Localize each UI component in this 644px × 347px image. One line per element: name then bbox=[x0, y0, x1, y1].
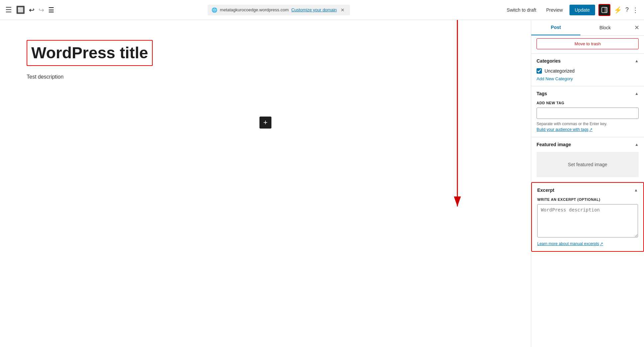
tag-help-text: Separate with commas or the Enter key. bbox=[537, 122, 639, 126]
category-item-uncategorized: Uncategorized bbox=[537, 68, 639, 74]
update-button[interactable]: Update bbox=[569, 5, 595, 15]
featured-image-content: Set featured image bbox=[531, 152, 644, 182]
add-tag-label: ADD NEW TAG bbox=[537, 101, 639, 105]
post-description[interactable]: Test description bbox=[27, 74, 504, 80]
excerpt-textarea[interactable] bbox=[537, 204, 638, 237]
customize-domain-link[interactable]: Customize your domain bbox=[291, 7, 337, 12]
tags-chevron-icon: ▲ bbox=[635, 91, 639, 96]
excerpt-title: Excerpt bbox=[537, 187, 554, 193]
featured-image-title: Featured image bbox=[537, 142, 571, 147]
topbar-left: ☰ 🔲 ↩ ↪ ☰ bbox=[5, 6, 54, 14]
featured-image-chevron-icon: ▲ bbox=[635, 142, 639, 147]
domain-text: metatagkurocoedge.wordpress.com bbox=[220, 7, 289, 12]
topbar: ☰ 🔲 ↩ ↪ ☰ 🌐 metatagkurocoedge.wordpress.… bbox=[0, 0, 644, 20]
external-link-icon-excerpt: ↗ bbox=[600, 241, 603, 246]
tags-title: Tags bbox=[537, 91, 547, 96]
set-featured-image-button[interactable]: Set featured image bbox=[537, 152, 639, 177]
help-button[interactable]: ? bbox=[625, 6, 629, 13]
switch-to-draft-button[interactable]: Switch to draft bbox=[503, 5, 540, 15]
build-tags-link[interactable]: Build your audience with tags ↗ bbox=[537, 127, 592, 132]
tab-block[interactable]: Block bbox=[580, 20, 630, 35]
wp-icon[interactable]: 🔲 bbox=[16, 6, 25, 14]
categories-chevron-icon: ▲ bbox=[635, 59, 639, 63]
preview-button[interactable]: Preview bbox=[543, 5, 566, 15]
categories-header[interactable]: Categories ▲ bbox=[531, 54, 644, 68]
categories-section: Categories ▲ Uncategorized Add New Categ… bbox=[531, 54, 644, 86]
category-label-uncategorized: Uncategorized bbox=[545, 68, 574, 74]
main-layout: WordPress title Test description + Post … bbox=[0, 20, 644, 347]
settings-panel-icon bbox=[601, 7, 607, 13]
excerpt-section: Excerpt ▲ WRITE AN EXCERPT (OPTIONAL) Le… bbox=[531, 182, 644, 252]
list-view-icon[interactable]: ☰ bbox=[48, 6, 54, 14]
undo-icon[interactable]: ↩ bbox=[29, 6, 35, 14]
editor-area: WordPress title Test description + bbox=[0, 20, 531, 347]
svg-rect-1 bbox=[604, 7, 607, 13]
tab-post[interactable]: Post bbox=[531, 20, 580, 35]
sidebar-tabs: Post Block bbox=[531, 20, 630, 35]
more-options-button[interactable]: ⋮ bbox=[632, 6, 639, 14]
sidebar-close-button[interactable]: ✕ bbox=[630, 24, 644, 31]
tags-content: ADD NEW TAG Separate with commas or the … bbox=[531, 101, 644, 137]
excerpt-chevron-icon: ▲ bbox=[634, 188, 638, 192]
add-new-category-link[interactable]: Add New Category bbox=[537, 76, 639, 81]
external-link-icon: ↗ bbox=[589, 127, 592, 132]
topbar-right: Switch to draft Preview Update ⚡ ? ⋮ bbox=[503, 4, 639, 16]
excerpt-content: WRITE AN EXCERPT (OPTIONAL) Learn more a… bbox=[532, 197, 643, 251]
address-bar: 🌐 metatagkurocoedge.wordpress.com Custom… bbox=[208, 5, 350, 15]
move-to-trash-button[interactable]: Move to trash bbox=[537, 38, 639, 49]
menu-icon[interactable]: ☰ bbox=[5, 6, 12, 14]
tags-header[interactable]: Tags ▲ bbox=[531, 86, 644, 101]
post-title-block[interactable]: WordPress title bbox=[27, 40, 153, 66]
category-checkbox-uncategorized[interactable] bbox=[537, 68, 542, 74]
move-to-trash-section: Move to trash bbox=[531, 36, 644, 54]
categories-content: Uncategorized Add New Category bbox=[531, 68, 644, 86]
excerpt-header[interactable]: Excerpt ▲ bbox=[532, 183, 643, 197]
globe-icon: 🌐 bbox=[212, 7, 217, 13]
tag-input[interactable] bbox=[537, 108, 639, 119]
jetpack-icon[interactable]: ⚡ bbox=[614, 6, 622, 14]
tags-section: Tags ▲ ADD NEW TAG Separate with commas … bbox=[531, 86, 644, 137]
sidebar: Post Block ✕ Move to trash Categories ▲ … bbox=[531, 20, 644, 347]
redo-icon[interactable]: ↪ bbox=[39, 6, 44, 14]
add-block-button[interactable]: + bbox=[259, 117, 271, 129]
settings-panel-button[interactable] bbox=[598, 4, 610, 16]
learn-more-excerpts-link[interactable]: Learn more about manual excerpts ↗ bbox=[537, 241, 603, 246]
featured-image-header[interactable]: Featured image ▲ bbox=[531, 137, 644, 152]
categories-title: Categories bbox=[537, 58, 561, 64]
write-excerpt-label: WRITE AN EXCERPT (OPTIONAL) bbox=[537, 197, 638, 201]
post-title[interactable]: WordPress title bbox=[31, 43, 148, 63]
featured-image-section: Featured image ▲ Set featured image bbox=[531, 137, 644, 182]
close-tab-button[interactable]: ✕ bbox=[339, 7, 346, 13]
